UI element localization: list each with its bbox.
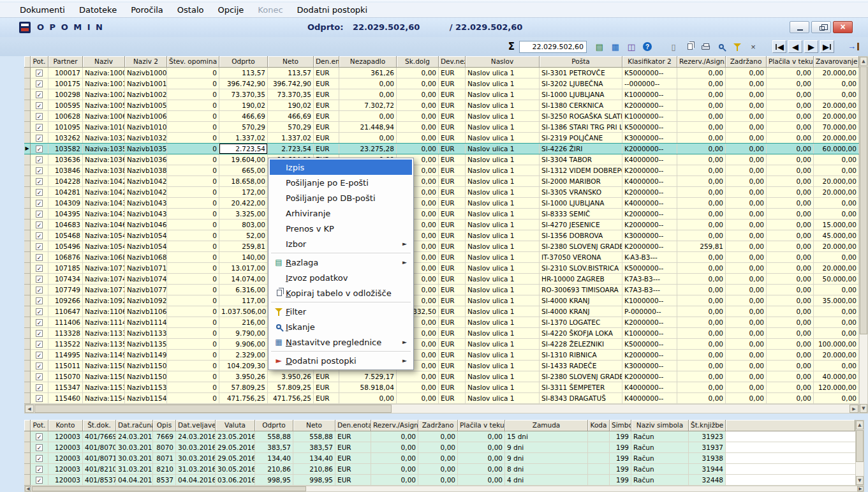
cell-plačila-v-teku[interactable]: 0,00 (767, 68, 814, 78)
cell-naziv-2[interactable]: Nazivb115011 (125, 361, 167, 371)
cell-zadržano[interactable]: 0,00 (726, 263, 767, 274)
cell-zadržano[interactable]: 0,00 (726, 144, 767, 154)
cell-plačila-v-teku[interactable]: 0,00 (767, 89, 814, 100)
cell-zadržano[interactable]: 0,00 (726, 220, 767, 230)
menu-poročila[interactable]: Poročila (124, 3, 170, 17)
cell-naziv-2[interactable]: Nazivb115347 (125, 382, 167, 393)
cell-valuta[interactable]: 03.06.2016 (216, 475, 255, 486)
cell-simbol[interactable]: 199 (610, 475, 631, 486)
cell-odprto[interactable]: 2.329,00 (219, 350, 268, 361)
cell-klasifikator-2[interactable]: P-000000-- (622, 306, 677, 317)
cell-dev-nez[interactable]: EUR (439, 133, 466, 144)
row-selector[interactable] (24, 230, 31, 241)
cell-nezapadlo[interactable]: 0,00 (339, 393, 397, 404)
cell-naziv-2[interactable]: Nazivb104228 (125, 176, 167, 187)
filter-button[interactable] (730, 40, 744, 53)
cell-den-enota[interactable]: EUR (314, 100, 339, 111)
cell-klasifikator-2[interactable]: K2000000-- (622, 241, 677, 252)
cell-rezerv-asign[interactable]: 0,00 (677, 295, 726, 306)
cell-zadržano[interactable]: 0,00 (418, 475, 458, 486)
cell-opis[interactable]: 8071 (153, 453, 176, 464)
main-grid-vscrollbar[interactable] (859, 56, 868, 414)
cell-št-dok[interactable]: 401/8210 (83, 464, 116, 475)
cell-nezapadlo[interactable]: 0,00 (339, 111, 397, 122)
partner-row[interactable]: ✓111406Naziva:111406Nazivb1114060216,002… (24, 317, 859, 328)
cell-zavarovanje-sid[interactable]: 100.000,00 (814, 339, 859, 350)
cell-pošta[interactable]: SI-4220 ŠKOFJA LOKA (540, 328, 622, 339)
cell-plačila-v-teku[interactable]: 0,00 (767, 78, 814, 89)
column-header-nezapadlo[interactable]: Nezapadlo (339, 56, 397, 68)
cell-simbol[interactable]: 199 (610, 431, 631, 442)
checkbox-checked-icon[interactable]: ✓ (36, 308, 43, 315)
checkbox-checked-icon[interactable]: ✓ (36, 167, 43, 174)
checkbox-checked-icon[interactable]: ✓ (36, 113, 43, 120)
cell-sk-dolg[interactable]: 0,00 (397, 144, 439, 154)
cell-naslov[interactable]: Naslov ulica 1 (466, 100, 540, 111)
column-header-plačila-v-teku[interactable]: Plačila v teku (767, 56, 814, 68)
cell-dev-nez[interactable]: EUR (439, 209, 466, 220)
cell-rezerv-asign[interactable]: 0,00 (677, 252, 726, 263)
cell-odprto[interactable]: 216,00 (219, 317, 268, 328)
cell-zavarovanje-sid[interactable]: 20.000,00 (814, 187, 859, 198)
cell-naziv[interactable]: Naziva:103846 (83, 165, 125, 176)
cell-naslov[interactable]: Naslov ulica 1 (466, 263, 540, 274)
cell-dev-nez[interactable]: EUR (439, 220, 466, 230)
cell-naziv-2[interactable]: Nazivb115460 (125, 393, 167, 404)
cell-odprto[interactable]: 73.370,35 (219, 89, 268, 100)
cell-zavarovanje-sid[interactable]: 0,00 (814, 78, 859, 89)
cell-dev-nez[interactable]: EUR (439, 122, 466, 133)
cell-naziv-2[interactable]: Nazivb104309 (125, 198, 167, 209)
cell-naslov[interactable]: Naslov ulica 1 (466, 382, 540, 393)
cell-pošta[interactable]: IT-37050 VERONA (540, 252, 622, 263)
cell-den-enota[interactable]: EUR (335, 475, 371, 486)
cell-partner[interactable]: 105496 (48, 241, 83, 252)
cell-sk-dolg[interactable]: 0,00 (397, 393, 439, 404)
cell-naziv-2[interactable]: Nazivb103262 (125, 133, 167, 144)
cell-zamuda[interactable]: 4 dni (505, 475, 588, 486)
cell-zadržano[interactable]: 0,00 (726, 176, 767, 187)
cell-koda[interactable] (588, 431, 610, 442)
partner-row[interactable]: ✓107434Naziva:107434Nazivb107434014.074,… (24, 274, 859, 285)
cell-klasifikator-2[interactable]: K1000000-- (622, 295, 677, 306)
cell-odprto[interactable]: 9.906,00 (219, 339, 268, 350)
cell-plačila-v-teku[interactable]: 0,00 (767, 317, 814, 328)
cell-klasifikator-2[interactable]: K4000000-- (622, 382, 677, 393)
cell-naslov[interactable]: Naslov ulica 1 (466, 89, 540, 100)
cell-odprto[interactable]: 3.325,00 (219, 209, 268, 220)
cell-rezerv-asign[interactable]: 0,00 (677, 122, 726, 133)
cell-zavarovanje-sid[interactable]: 120.000,00 (814, 382, 859, 393)
cell-odprto[interactable]: 3.950,26 (219, 371, 268, 382)
column-header-naziv[interactable]: Naziv (83, 56, 125, 68)
nav-last-button[interactable]: ▶ (820, 40, 834, 53)
cell-zavarovanje-sid[interactable]: 20.000,00 (814, 263, 859, 274)
cell-sk-dolg[interactable]: 0,00 (397, 133, 439, 144)
row-selector[interactable] (24, 209, 31, 220)
cell-partner[interactable]: 107434 (48, 274, 83, 285)
partner-row[interactable]: ✓107185Naziva:107185Nazivb107185013.017,… (24, 263, 859, 274)
cell-naziv-2[interactable]: Nazivb104395 (125, 209, 167, 220)
cell-zavarovanje-sid[interactable]: 20.000,00 (814, 100, 859, 111)
cell-partner[interactable]: 103262 (48, 133, 83, 144)
cell-dev-nez[interactable]: EUR (439, 111, 466, 122)
cell-št-dok[interactable]: 401/8537 (83, 475, 116, 486)
cell-valuta[interactable]: 29.05.2016 (216, 442, 255, 453)
cell-zavarovanje-sid[interactable]: 20.000,00 (814, 111, 859, 122)
cell-rezerv-asign[interactable]: 0,00 (677, 220, 726, 230)
cell-plačila-v-teku[interactable]: 0,00 (767, 100, 814, 111)
grid-view-button[interactable]: ▦ (608, 40, 622, 53)
cell-št-knjižbe[interactable]: 31923 (689, 431, 726, 442)
cell-naslov[interactable]: Naslov ulica 1 (466, 144, 540, 154)
cell-pošta[interactable]: SI-1380 CERKNICA (540, 100, 622, 111)
cell-partner[interactable]: 107749 (48, 285, 83, 295)
cell-zadržano[interactable]: 0,00 (726, 187, 767, 198)
column-header-klasifikator-2[interactable]: Klasifikator 2 (622, 56, 677, 68)
cell-klasifikator-2[interactable]: K-A3-B3--- (622, 252, 677, 263)
checkbox-checked-icon[interactable]: ✓ (36, 145, 43, 153)
cell-dat-veljave[interactable]: 04.04.2016 (176, 475, 216, 486)
cell-sk-dolg[interactable]: 0,00 (397, 111, 439, 122)
cell-zadržano[interactable]: 0,00 (726, 100, 767, 111)
cell-naslov[interactable]: Naslov ulica 1 (466, 241, 540, 252)
column-header-naziv-2[interactable]: Naziv 2 (125, 56, 167, 68)
checkbox-checked-icon[interactable]: ✓ (36, 455, 43, 462)
cell-odprto[interactable]: 1.037.506,00 (219, 306, 268, 317)
